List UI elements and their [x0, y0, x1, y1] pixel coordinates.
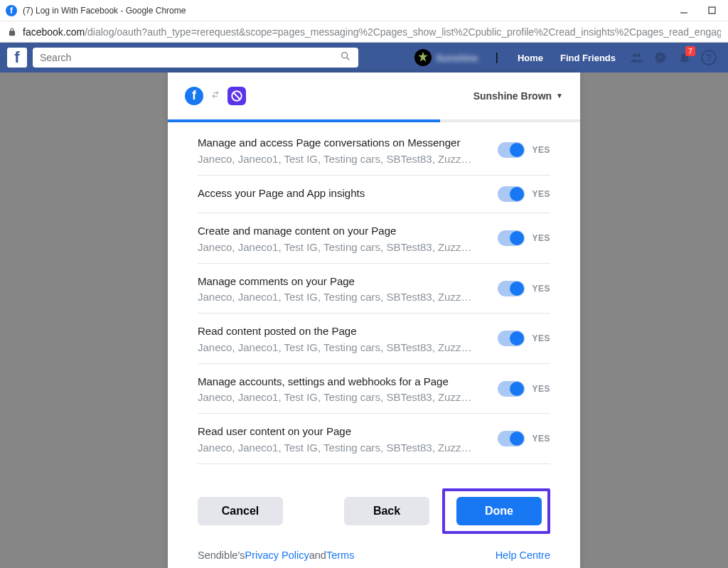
permission-title: Read user content on your Page — [198, 424, 491, 439]
permission-title: Manage and access Page conversations on … — [198, 136, 491, 150]
sendible-app-icon — [228, 87, 246, 105]
permission-item: Manage accounts, settings and webhooks f… — [198, 364, 550, 414]
permission-title: Create and manage content on your Page — [198, 224, 491, 238]
permission-title: Manage comments on your Page — [198, 274, 491, 289]
permission-item: Read content posted on the Page Janeco, … — [198, 314, 550, 364]
caret-down-icon: ▼ — [556, 92, 563, 100]
permissions-scroll[interactable]: Manage and access Page conversations on … — [168, 122, 580, 468]
facebook-logo[interactable]: f — [7, 48, 27, 68]
facebook-favicon: f — [6, 5, 17, 16]
chrome-titlebar: f (7) Log in With Facebook - Google Chro… — [0, 0, 728, 21]
toggle-yes-label: YES — [532, 145, 550, 155]
permission-toggle[interactable] — [498, 142, 525, 158]
permission-item: Manage and access Page conversations on … — [198, 125, 550, 176]
cancel-button[interactable]: Cancel — [198, 497, 283, 525]
done-button-highlight: Done — [442, 488, 550, 534]
permission-title: Access your Page and App insights — [198, 186, 491, 200]
toggle-yes-label: YES — [532, 189, 550, 199]
find-friends-link[interactable]: Find Friends — [552, 53, 624, 63]
permission-subtitle: Janeco, Janeco1, Test IG, Testing cars, … — [198, 441, 491, 454]
chrome-addressbar[interactable]: facebook.com/dialog/oauth?auth_type=rere… — [0, 21, 728, 43]
permission-subtitle: Janeco, Janeco1, Test IG, Testing cars, … — [198, 341, 491, 353]
permission-toggle[interactable] — [498, 381, 525, 397]
profile-link[interactable]: Sunshine — [407, 49, 485, 66]
permission-subtitle: Janeco, Janeco1, Test IG, Testing cars, … — [198, 391, 491, 403]
permission-toggle[interactable] — [498, 431, 525, 446]
minimize-button[interactable] — [679, 6, 689, 16]
facebook-app-icon: f — [185, 87, 203, 105]
avatar — [414, 49, 432, 66]
help-button[interactable]: ? — [697, 43, 721, 73]
search-icon[interactable] — [340, 50, 351, 65]
permission-title: Manage accounts, settings and webhooks f… — [198, 375, 491, 389]
messenger-button[interactable] — [648, 43, 673, 73]
terms-link[interactable]: Terms — [326, 550, 354, 561]
url-host: facebook.com — [23, 26, 85, 38]
permission-subtitle: Janeco, Janeco1, Test IG, Testing cars, … — [198, 241, 491, 253]
svg-rect-1 — [709, 7, 715, 14]
notifications-button[interactable]: 7 — [673, 43, 697, 73]
footer-prefix: Sendible's — [198, 550, 245, 561]
back-button[interactable]: Back — [344, 497, 429, 525]
window-title: (7) Log in With Facebook - Google Chrome — [23, 6, 679, 16]
permission-item: Create and manage content on your Page J… — [198, 213, 550, 264]
help-centre-link[interactable]: Help Centre — [496, 550, 550, 561]
url-text: facebook.com/dialog/oauth?auth_type=rere… — [23, 26, 721, 38]
dialog-username-text: Sunshine Brown — [473, 90, 552, 102]
permission-subtitle: Janeco, Janeco1, Test IG, Testing cars, … — [198, 291, 491, 303]
footer-links: Sendible's Privacy Policy and Terms Help… — [198, 550, 550, 561]
swap-icon — [210, 90, 220, 102]
friend-requests-icon[interactable]: | — [485, 43, 509, 73]
toggle-yes-label: YES — [532, 384, 550, 394]
notif-badge: 7 — [685, 46, 695, 56]
permission-item: Access your Page and App insights YES — [198, 176, 550, 214]
permission-subtitle: Janeco, Janeco1, Test IG, Testing cars, … — [198, 153, 491, 165]
dialog-header: f Sunshine Brown ▼ — [168, 73, 580, 119]
search-input[interactable] — [40, 52, 340, 63]
facebook-navbar: f Sunshine | Home Find Friends 7 ? — [0, 43, 728, 73]
search-container[interactable] — [33, 48, 358, 68]
dialog-footer: Cancel Back Done Sendible's Privacy Poli… — [168, 468, 580, 568]
permission-toggle[interactable] — [498, 281, 525, 296]
svg-line-5 — [233, 92, 241, 100]
maximize-button[interactable] — [707, 6, 717, 16]
svg-line-3 — [347, 58, 349, 60]
permission-item: Read user content on your Page Janeco, J… — [198, 414, 550, 464]
home-link[interactable]: Home — [509, 53, 552, 63]
dialog-user-dropdown[interactable]: Sunshine Brown ▼ — [473, 90, 563, 102]
page-body: f Sunshine Brown ▼ Manage and access Pag… — [0, 73, 728, 568]
permission-toggle[interactable] — [498, 230, 525, 246]
toggle-yes-label: YES — [532, 333, 550, 343]
permission-toggle[interactable] — [498, 186, 525, 202]
lock-icon — [7, 27, 17, 37]
privacy-policy-link[interactable]: Privacy Policy — [245, 550, 309, 561]
done-button[interactable]: Done — [456, 497, 542, 525]
oauth-permissions-dialog: f Sunshine Brown ▼ Manage and access Pag… — [168, 73, 580, 568]
permissions-list: Manage and access Page conversations on … — [168, 122, 580, 468]
toggle-yes-label: YES — [532, 233, 550, 243]
user-name-blurred: Sunshine — [436, 53, 478, 63]
friend-requests-button[interactable] — [624, 43, 648, 73]
url-path: /dialog/oauth?auth_type=rerequest&scope=… — [85, 26, 721, 38]
footer-and: and — [309, 550, 326, 561]
toggle-yes-label: YES — [532, 284, 550, 294]
toggle-yes-label: YES — [532, 434, 550, 444]
permission-item: Show a list of the Pages you manage Jane… — [198, 464, 550, 469]
svg-point-2 — [342, 53, 348, 58]
help-icon: ? — [701, 50, 717, 65]
permission-title: Read content posted on the Page — [198, 324, 491, 338]
permission-toggle[interactable] — [498, 331, 525, 346]
permission-item: Manage comments on your Page Janeco, Jan… — [198, 264, 550, 314]
